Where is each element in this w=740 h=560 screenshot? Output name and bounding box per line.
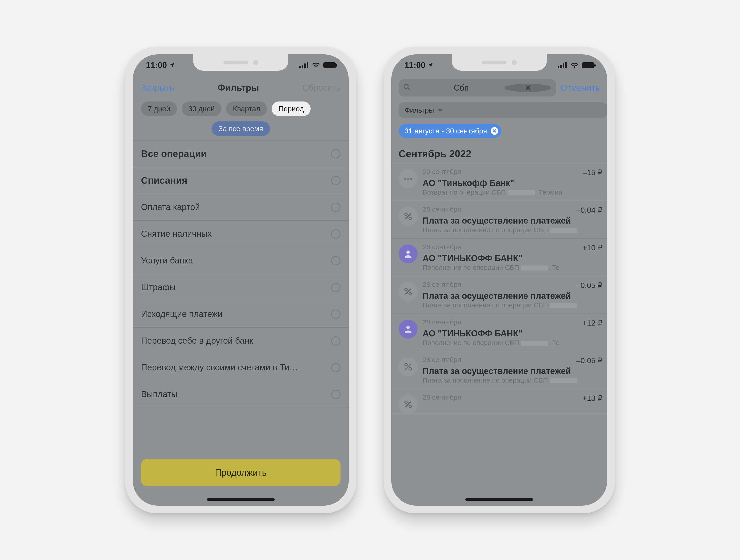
chip-period[interactable]: Период <box>272 102 310 116</box>
transaction-list[interactable]: 29 сентября–15 ₽АО "Тинькофф Банк"Возвра… <box>391 163 607 414</box>
filters-dropdown[interactable]: Фильтры <box>398 102 607 118</box>
radio-icon[interactable] <box>331 310 341 319</box>
phone-left: 11:00 Закрыть Фильтры Сбросить 7 дней 30… <box>125 47 356 513</box>
radio-icon[interactable] <box>331 256 341 265</box>
close-button[interactable]: Закрыть <box>141 83 174 93</box>
svg-point-3 <box>407 178 409 180</box>
option-label: Перевод между своими счетами в Ти… <box>141 363 298 372</box>
transaction-title: Плата за осуществление платежей <box>423 366 603 376</box>
date-range-pill[interactable]: 31 августа - 30 сентября ✕ <box>398 124 501 138</box>
option-row[interactable]: Снятие наличных <box>133 221 349 247</box>
person-icon <box>398 244 418 263</box>
clear-search-icon[interactable]: ✕ <box>504 84 551 92</box>
transaction-subtitle: Возврат по операции СБП . Термин <box>423 189 603 196</box>
cancel-button[interactable]: Отменить <box>560 83 600 93</box>
redacted-icon <box>507 190 535 195</box>
svg-line-18 <box>405 402 410 407</box>
redacted-icon <box>521 341 548 346</box>
option-label: Списания <box>141 175 187 186</box>
transaction-amount: +13 ₽ <box>582 394 603 403</box>
battery-icon <box>323 62 336 68</box>
option-row[interactable]: Выплаты <box>133 381 349 408</box>
transaction-amount: –15 ₽ <box>583 168 603 177</box>
transaction-subtitle: Пополнение по операции СБП . Те <box>423 264 603 271</box>
transaction-amount: +12 ₽ <box>582 318 603 327</box>
transaction-title: Плата за осуществление платежей <box>423 216 603 226</box>
transaction-date: 28 сентября <box>423 356 461 365</box>
radio-icon[interactable] <box>331 336 341 346</box>
chip-all-time[interactable]: За все время <box>211 121 270 136</box>
option-label: Снятие наличных <box>141 229 212 239</box>
transaction-title: Плата за осуществление платежей <box>423 291 603 301</box>
screen-filters: 11:00 Закрыть Фильтры Сбросить 7 дней 30… <box>133 54 349 506</box>
option-row[interactable]: Списания <box>133 167 349 194</box>
transaction-row[interactable]: 29 сентября–15 ₽АО "Тинькофф Банк"Возвра… <box>391 163 607 201</box>
continue-button[interactable]: Продолжить <box>141 459 341 486</box>
search-row: Сбп ✕ Отменить <box>391 76 607 98</box>
radio-icon[interactable] <box>331 229 341 239</box>
percent-icon <box>398 357 418 376</box>
transaction-row[interactable]: 28 сентября–0,05 ₽Плата за осуществление… <box>391 276 607 314</box>
svg-point-14 <box>409 368 411 370</box>
radio-icon[interactable] <box>331 149 341 158</box>
svg-point-6 <box>409 217 411 220</box>
svg-point-9 <box>405 288 407 291</box>
svg-point-13 <box>405 363 407 366</box>
radio-icon[interactable] <box>331 203 341 212</box>
option-row[interactable]: Услуги банка <box>133 247 349 274</box>
option-row[interactable]: Исходящие платежи <box>133 301 349 328</box>
option-row[interactable]: Все операции <box>133 140 349 167</box>
transaction-title: АО "ТИНЬКОФФ БАНК" <box>423 329 603 338</box>
search-value: Сбп <box>454 83 500 93</box>
option-row[interactable]: Штрафы <box>133 274 349 301</box>
filters-dropdown-label: Фильтры <box>404 106 434 114</box>
transaction-row[interactable]: 28 сентября–0,05 ₽Плата за осуществление… <box>391 351 607 389</box>
cellular-icon <box>299 62 309 69</box>
transaction-amount: –0,04 ₽ <box>576 206 603 215</box>
period-chips: 7 дней 30 дней Квартал Период <box>133 99 349 116</box>
option-row[interactable]: Перевод между своими счетами в Ти… <box>133 354 349 381</box>
device-notch <box>193 54 288 71</box>
radio-icon[interactable] <box>331 176 341 185</box>
svg-point-4 <box>410 178 412 180</box>
chip-7-days[interactable]: 7 дней <box>141 102 177 116</box>
option-label: Оплата картой <box>141 202 200 212</box>
search-input[interactable]: Сбп ✕ <box>398 79 556 97</box>
transaction-row[interactable]: 28 сентября+12 ₽АО "ТИНЬКОФФ БАНК"Пополн… <box>391 314 607 351</box>
chip-quarter[interactable]: Квартал <box>226 102 267 116</box>
option-row[interactable]: Перевод себе в другой банк <box>133 328 349 354</box>
transaction-row[interactable]: 28 сентября–0,04 ₽Плата за осуществление… <box>391 201 607 238</box>
transaction-amount: –0,05 ₽ <box>576 281 603 290</box>
radio-icon[interactable] <box>331 363 341 372</box>
option-row[interactable]: Оплата картой <box>133 194 349 221</box>
redacted-icon <box>550 228 577 233</box>
remove-pill-icon[interactable]: ✕ <box>491 127 498 135</box>
battery-icon <box>582 62 594 68</box>
transaction-title: АО "ТИНЬКОФФ БАНК" <box>423 253 603 263</box>
transaction-row[interactable]: 28 сентября+13 ₽ <box>391 389 607 414</box>
radio-icon[interactable] <box>331 283 341 292</box>
svg-line-11 <box>405 289 410 294</box>
svg-line-1 <box>407 88 409 90</box>
screen-transactions: 11:00 Сбп ✕ Отменить <box>391 54 607 506</box>
option-label: Выплаты <box>141 389 177 399</box>
transaction-date: 28 сентября <box>423 281 461 290</box>
home-indicator[interactable] <box>465 498 533 500</box>
transaction-date: 28 сентября <box>423 206 461 215</box>
svg-point-10 <box>409 293 411 295</box>
radio-icon[interactable] <box>331 389 341 399</box>
home-indicator[interactable] <box>207 498 275 500</box>
location-icon <box>169 61 175 70</box>
location-icon <box>428 61 434 70</box>
svg-point-12 <box>406 326 410 329</box>
chip-30-days[interactable]: 30 дней <box>182 102 222 116</box>
reset-button[interactable]: Сбросить <box>302 83 341 93</box>
svg-point-17 <box>409 405 411 408</box>
transaction-subtitle: Плата за пополнение по операции СБП <box>423 301 603 309</box>
transaction-row[interactable]: 28 сентября+10 ₽АО "ТИНЬКОФФ БАНК"Пополн… <box>391 238 607 276</box>
date-range-label: 31 августа - 30 сентября <box>404 127 487 135</box>
wifi-icon <box>570 61 578 70</box>
redacted-icon <box>550 378 577 383</box>
transaction-amount: +10 ₽ <box>582 243 603 252</box>
dots-icon <box>398 169 418 188</box>
